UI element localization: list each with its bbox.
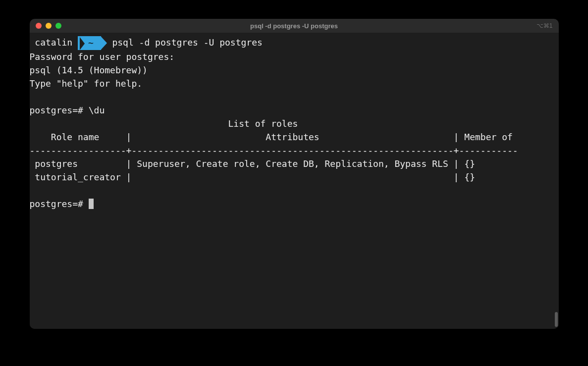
window-title: psql -d postgres -U postgres: [30, 22, 559, 30]
table-header: Role name | Attributes | Member of: [30, 130, 559, 144]
output-line: psql (14.5 (Homebrew)): [30, 63, 559, 77]
cursor-icon: [89, 199, 94, 209]
prompt-command: psql -d postgres -U postgres: [112, 37, 262, 48]
hotkey-hint: ⌥⌘1: [536, 22, 553, 29]
prompt-user: catalin: [35, 37, 72, 48]
table-title: List of roles: [30, 117, 559, 130]
blank-line: [30, 184, 559, 197]
blank-line: [30, 90, 559, 104]
terminal-body[interactable]: catalin ~ psql -d postgres -U postgresPa…: [30, 33, 559, 329]
zoom-icon[interactable]: [55, 23, 61, 29]
traffic-lights: [30, 23, 61, 29]
output-line: Password for user postgres:: [30, 50, 559, 63]
table-divider: ------------------+---------------------…: [30, 144, 559, 157]
prompt-dir: ~: [78, 36, 101, 50]
terminal-window: psql -d postgres -U postgres ⌥⌘1 catalin…: [30, 19, 559, 329]
psql-prompt-line: postgres=#: [30, 197, 559, 210]
table-row: tutorial_creator | | {}: [30, 170, 559, 184]
psql-prompt-line: postgres=# \du: [30, 104, 559, 117]
titlebar: psql -d postgres -U postgres ⌥⌘1: [30, 19, 559, 33]
close-icon[interactable]: [36, 23, 42, 29]
minimize-icon[interactable]: [46, 23, 52, 29]
chevron-right-icon: [101, 37, 107, 50]
output-line: Type "help" for help.: [30, 77, 559, 90]
table-row: postgres | Superuser, Create role, Creat…: [30, 157, 559, 170]
prompt-dir-segment: ~: [78, 36, 107, 50]
prompt-line: catalin ~ psql -d postgres -U postgres: [30, 36, 559, 50]
scrollbar-thumb[interactable]: [555, 312, 558, 327]
